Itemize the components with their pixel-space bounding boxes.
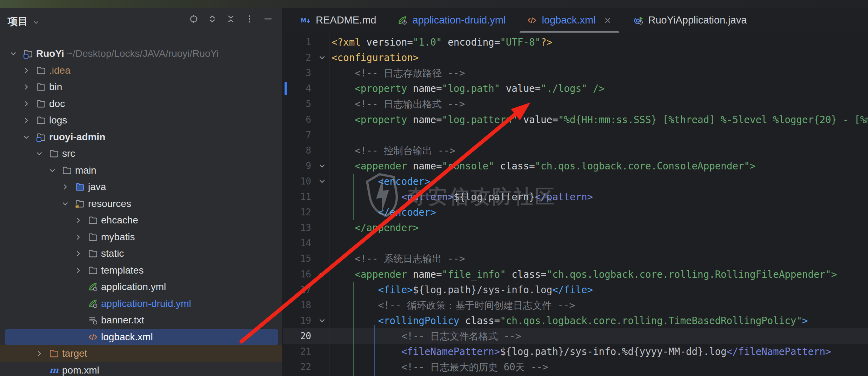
- tree-item-src[interactable]: src: [0, 145, 282, 162]
- code-line-6[interactable]: 6 <property name="log.pattern" value="%d…: [283, 112, 868, 127]
- chevron-right-icon[interactable]: [74, 249, 83, 258]
- more-options-button[interactable]: [244, 14, 255, 24]
- tab-README.md[interactable]: MREADME.md: [290, 8, 387, 33]
- chevron-right-icon[interactable]: [22, 66, 31, 75]
- code-line-11[interactable]: 11 <pattern>${log.pattern}</pattern>: [283, 189, 868, 204]
- code-text: </encoder>: [332, 204, 436, 220]
- tab-logback.xml[interactable]: logback.xml: [516, 8, 622, 33]
- code-text: <!-- 日志最大的历史 60天 -->: [332, 359, 548, 375]
- chevron-down-icon[interactable]: [48, 166, 57, 175]
- fold-chevron-down-icon[interactable]: [318, 177, 327, 186]
- project-path: ~/Desktop/Locks/JAVA/ruoyi/RuoYi: [64, 48, 219, 59]
- code-line-10[interactable]: 10 <encoder>: [283, 174, 868, 189]
- chevron-right-icon[interactable]: [22, 116, 31, 125]
- chevron-right-icon[interactable]: [61, 182, 70, 192]
- code-line-20[interactable]: 20 <!-- 日志文件名格式 -->: [283, 328, 868, 344]
- chevron-right-icon[interactable]: [22, 82, 31, 92]
- code-line-5[interactable]: 5 <!-- 日志输出格式 -->: [283, 96, 868, 112]
- chevron-down-icon: [32, 19, 40, 26]
- hide-panel-button[interactable]: [263, 14, 273, 24]
- code-line-12[interactable]: 12 </encoder>: [283, 204, 868, 220]
- close-icon[interactable]: [603, 16, 612, 25]
- module-folder-icon: [36, 132, 46, 142]
- code-line-1[interactable]: 1<?xml version="1.0" encoding="UTF-8"?>: [283, 34, 868, 50]
- chevron-down-icon[interactable]: [35, 149, 44, 158]
- code-line-7[interactable]: 7: [283, 127, 868, 143]
- project-view-selector[interactable]: 项目: [8, 13, 40, 30]
- tree-item-label: bin: [49, 79, 62, 95]
- code-line-14[interactable]: 14: [283, 235, 868, 251]
- tree-item-pom.xml[interactable]: mpom.xml: [0, 362, 282, 376]
- code-line-3[interactable]: 3 <!-- 日志存放路径 -->: [283, 65, 868, 81]
- chevron-right-icon[interactable]: [22, 99, 31, 108]
- folder-icon: [36, 65, 46, 76]
- code-line-4[interactable]: 4 <property name="log.path" value="./log…: [283, 81, 868, 96]
- tree-item-.idea[interactable]: .idea: [0, 62, 282, 79]
- tree-item-doc[interactable]: doc: [0, 95, 282, 112]
- line-number: 6: [283, 112, 311, 127]
- code-line-21[interactable]: 21 <fileNamePattern>${log.path}/sys-info…: [283, 344, 868, 359]
- tree-item-target[interactable]: target: [0, 345, 282, 362]
- tree-item-logs[interactable]: logs: [0, 112, 282, 128]
- expand-all-button[interactable]: [207, 14, 218, 24]
- fold-chevron-down-icon[interactable]: [318, 53, 327, 62]
- tree-item-bin[interactable]: bin: [0, 79, 282, 95]
- fold-chevron-down-icon[interactable]: [318, 270, 327, 279]
- code-line-9[interactable]: 9 <appender name="console" class="ch.qos…: [283, 158, 868, 174]
- folder-icon: [62, 165, 72, 176]
- code-line-15[interactable]: 15 <!-- 系统日志输出 -->: [283, 251, 868, 266]
- chevron-down-icon[interactable]: [9, 49, 18, 58]
- chevron-down-icon[interactable]: [22, 133, 31, 142]
- tree-item-label: static: [101, 245, 124, 262]
- chevron-right-icon[interactable]: [74, 266, 83, 275]
- fold-chevron-down-icon[interactable]: [318, 316, 327, 325]
- code-line-13[interactable]: 13 </appender>: [283, 220, 868, 235]
- code-line-19[interactable]: 19 <rollingPolicy class="ch.qos.logback.…: [283, 313, 868, 328]
- chevron-right-icon[interactable]: [74, 216, 83, 225]
- spring-boot-run-icon: [633, 15, 644, 26]
- code-line-17[interactable]: 17 <file>${log.path}/sys-info.log</file>: [283, 282, 868, 297]
- folder-icon: [88, 265, 98, 276]
- collapse-all-button[interactable]: [226, 14, 236, 24]
- folder-icon: [88, 215, 98, 226]
- tree-item-java[interactable]: java: [0, 179, 282, 195]
- ide-window: 项目 RuoYi ~/Desktop/Locks/JAVA/ruoyi/RuoY…: [0, 0, 868, 376]
- tree-item-RuoYi[interactable]: RuoYi ~/Desktop/Locks/JAVA/ruoyi/RuoYi: [0, 45, 282, 62]
- line-number: 11: [283, 189, 311, 204]
- tab-RuoYiApplication.java[interactable]: RuoYiApplication.java: [623, 8, 757, 33]
- tree-item-ehcache[interactable]: ehcache: [0, 212, 282, 228]
- tree-item-templates[interactable]: templates: [0, 262, 282, 278]
- tree-item-banner.txt[interactable]: banner.txt: [0, 312, 282, 328]
- text-file-icon: [88, 315, 98, 325]
- code-line-16[interactable]: 16 <appender name="file_info" class="ch.…: [283, 267, 868, 282]
- code-line-18[interactable]: 18 <!-- 循环政策：基于时间创建日志文件 -->: [283, 297, 868, 313]
- line-number: 12: [283, 204, 311, 220]
- code-line-22[interactable]: 22 <!-- 日志最大的历史 60天 -->: [283, 359, 868, 375]
- code-line-2[interactable]: 2<configuration>: [283, 50, 868, 65]
- tree-item-resources[interactable]: resources: [0, 195, 282, 212]
- chevron-right-icon[interactable]: [35, 349, 44, 358]
- code-line-8[interactable]: 8 <!-- 控制台输出 -->: [283, 143, 868, 158]
- chevron-right-icon[interactable]: [74, 233, 83, 242]
- code-text: <!-- 循环政策：基于时间创建日志文件 -->: [332, 297, 575, 313]
- svg-text:M: M: [301, 17, 306, 24]
- editor[interactable]: 奇安信攻防社区 1<?xml version="1.0" encoding="U…: [283, 33, 868, 376]
- tree-item-static[interactable]: static: [0, 245, 282, 262]
- tree-item-ruoyi-admin[interactable]: ruoyi-admin: [0, 129, 282, 145]
- more-icon: [244, 14, 255, 24]
- tab-application-druid.yml[interactable]: application-druid.yml: [387, 8, 516, 33]
- project-panel: 项目 RuoYi ~/Desktop/Locks/JAVA/ruoyi/RuoY…: [0, 8, 283, 376]
- tree-item-mybatis[interactable]: mybatis: [0, 229, 282, 245]
- tree-item-application-druid.yml[interactable]: application-druid.yml: [0, 295, 282, 312]
- code-text: <!-- 日志文件名格式 -->: [332, 328, 521, 344]
- expand-all-icon: [207, 14, 218, 24]
- locate-button[interactable]: [188, 14, 199, 24]
- tree-item-main[interactable]: main: [0, 162, 282, 179]
- chevron-down-icon[interactable]: [61, 199, 70, 208]
- line-number: 13: [283, 220, 311, 235]
- fold-chevron-down-icon[interactable]: [318, 161, 327, 170]
- tree-item-logback.xml[interactable]: logback.xml: [0, 329, 282, 345]
- tree-item-label: ehcache: [101, 212, 138, 228]
- tree-item-application.yml[interactable]: application.yml: [0, 278, 282, 295]
- line-number: 20: [283, 328, 311, 344]
